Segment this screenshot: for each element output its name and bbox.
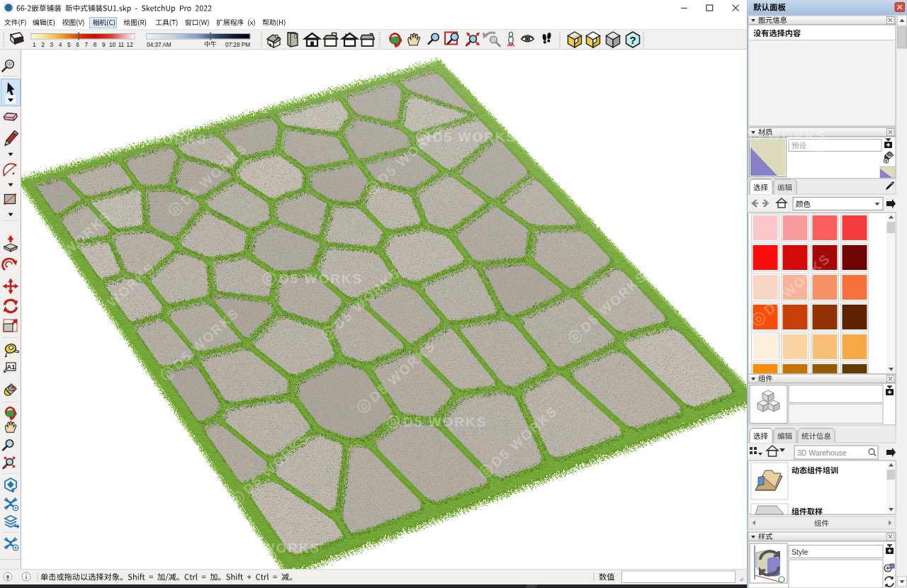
svg-text:?: ?: [629, 34, 636, 46]
svg-text:8: 8: [94, 42, 97, 48]
svg-text:07:28 PM: 07:28 PM: [225, 42, 250, 48]
svg-text:D: D: [266, 274, 273, 284]
svg-text:5: 5: [67, 42, 71, 48]
svg-text:9: 9: [102, 42, 106, 48]
svg-text:D5 WORKS: D5 WORKS: [743, 128, 826, 143]
svg-text:11: 11: [118, 42, 125, 48]
svg-text:D5 WORKS: D5 WORKS: [403, 414, 487, 429]
svg-text:D: D: [390, 417, 397, 427]
svg-text:D: D: [111, 135, 117, 145]
svg-text:1: 1: [33, 42, 36, 48]
svg-text:04:37 AM: 04:37 AM: [147, 42, 171, 48]
svg-text:6: 6: [76, 42, 79, 48]
svg-text:D5 WORKS: D5 WORKS: [237, 541, 320, 555]
svg-text:D: D: [730, 131, 736, 141]
svg-text:D5 WORKS: D5 WORKS: [279, 271, 363, 286]
svg-text:3D Warehouse: 3D Warehouse: [797, 448, 847, 457]
svg-text:D: D: [224, 543, 230, 553]
svg-text:2: 2: [41, 42, 45, 48]
svg-text:12: 12: [127, 42, 134, 48]
svg-text:3: 3: [50, 42, 53, 48]
svg-text:D5 WORKS: D5 WORKS: [94, 416, 177, 431]
svg-text:10: 10: [109, 42, 116, 48]
svg-text:4: 4: [59, 42, 62, 48]
svg-text:A1: A1: [7, 363, 16, 371]
svg-text:7: 7: [85, 42, 89, 48]
svg-text:D5 WORKS: D5 WORKS: [123, 132, 207, 147]
svg-text:Style: Style: [791, 548, 809, 556]
svg-text:D: D: [81, 419, 87, 429]
